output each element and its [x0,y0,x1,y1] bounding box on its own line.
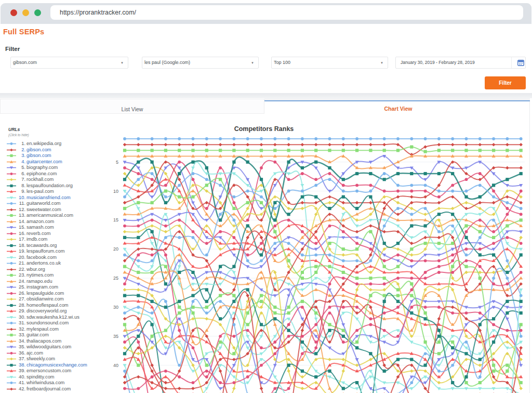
svg-text:25: 25 [113,276,118,281]
svg-text:30: 30 [113,305,118,310]
svg-text:40: 40 [113,363,118,368]
svg-text:15: 15 [113,217,118,222]
svg-text:35: 35 [113,334,118,339]
svg-text:Competitors Ranks: Competitors Ranks [234,125,294,133]
svg-text:5: 5 [116,160,118,165]
svg-text:10: 10 [113,189,118,194]
svg-text:20: 20 [113,246,118,252]
